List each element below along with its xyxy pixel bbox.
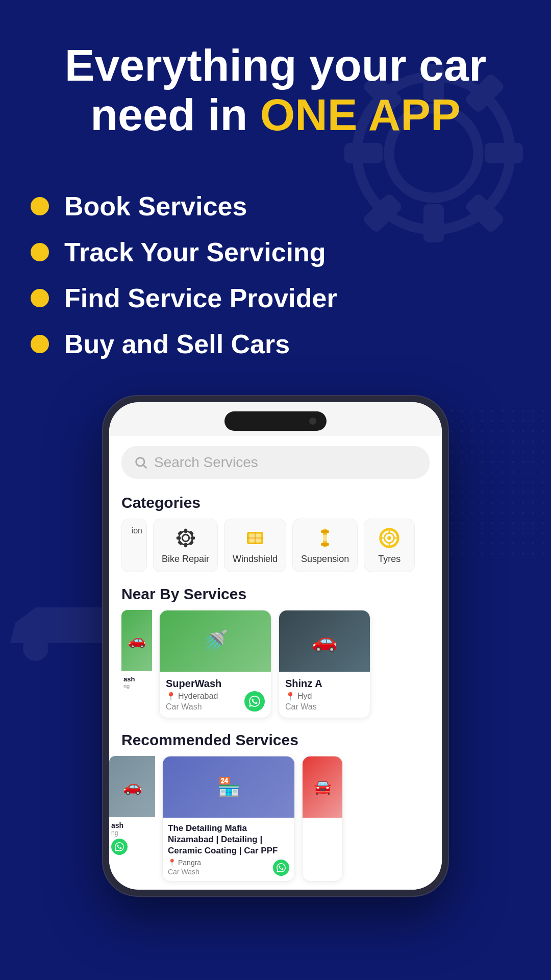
nearby-card-shinz[interactable]: 🚗 Shinz A 📍 Hyd Car Was — [279, 610, 370, 718]
shinz-image-placeholder: 🚗 — [279, 610, 370, 672]
whatsapp-button-superwash[interactable] — [244, 691, 265, 712]
windshield-icon — [243, 526, 267, 550]
category-item-bike-repair[interactable]: Bike Repair — [153, 519, 218, 572]
svg-rect-20 — [176, 536, 181, 540]
shinz-city: Hyd — [297, 692, 312, 701]
hero-section: Everything your car need in ONE APP — [0, 0, 551, 191]
phone-inner: Search Services Categories ion — [109, 402, 442, 890]
hero-title-highlight: ONE APP — [260, 89, 461, 140]
whatsapp-button-detailing[interactable] — [273, 860, 289, 876]
categories-title: Categories — [109, 489, 442, 519]
shinz-location: 📍 Hyd — [285, 692, 364, 701]
svg-rect-22 — [177, 530, 182, 535]
gear-icon — [174, 526, 197, 550]
svg-rect-25 — [188, 540, 193, 545]
detailing-mafia-type: Car Wash — [168, 868, 289, 876]
shinz-location-pin-icon: 📍 — [285, 692, 295, 701]
svg-rect-19 — [184, 543, 187, 547]
detailing-mafia-location: 📍 Pangra — [168, 859, 289, 867]
shinz-image: 🚗 — [279, 610, 370, 672]
rec-card-detailing-mafia[interactable]: 🏪 The Detailing Mafia Nizamabad | Detail… — [162, 756, 295, 881]
categories-scroll: ion — [109, 519, 442, 580]
svg-line-15 — [143, 465, 146, 468]
hero-title-line1: Everything your car — [65, 40, 487, 90]
svg-rect-24 — [177, 540, 182, 545]
hero-title: Everything your car need in ONE APP — [31, 41, 520, 140]
shinz-type: Car Was — [285, 702, 364, 712]
category-item-windshield[interactable]: Windshield — [224, 519, 286, 572]
svg-point-17 — [182, 534, 189, 541]
svg-rect-32 — [321, 543, 329, 546]
category-label-tyres: Tyres — [378, 554, 400, 565]
svg-rect-18 — [184, 528, 187, 533]
category-label-suspension: Suspension — [301, 554, 349, 565]
shinz-body: Shinz A 📍 Hyd Car Was — [279, 672, 370, 718]
feature-label-4: Buy and Sell Cars — [64, 329, 290, 359]
nearby-title: Near By Services — [109, 580, 442, 610]
rec-partial-right-image: 🚘 — [303, 756, 342, 818]
feature-item-1: Book Services — [31, 191, 520, 222]
svg-rect-21 — [190, 536, 195, 540]
recommended-scroll: 🚗 ash ng — [109, 756, 442, 890]
phone-container: Search Services Categories ion — [0, 395, 551, 897]
rec-card-partial-right: 🚘 — [302, 756, 343, 881]
search-placeholder-text: Search Services — [154, 454, 258, 471]
feature-label-2: Track Your Servicing — [64, 237, 326, 267]
search-icon — [134, 455, 148, 470]
category-item-tyres[interactable]: Tyres — [364, 519, 415, 572]
bullet-dot-4 — [31, 335, 49, 353]
search-bar[interactable]: Search Services — [121, 446, 430, 479]
suspension-icon — [313, 526, 337, 550]
feature-item-2: Track Your Servicing — [31, 237, 520, 267]
detailing-mafia-pin-icon: 📍 — [168, 859, 176, 866]
superwash-name: SuperWash — [166, 678, 265, 690]
recommended-title: Recommended Services — [109, 726, 442, 756]
whatsapp-icon — [249, 696, 260, 707]
search-bar-container: Search Services — [109, 436, 442, 489]
whatsapp-icon-detailing — [277, 863, 286, 872]
partial-category-label: ion — [132, 526, 142, 535]
bullet-dot-1 — [31, 197, 49, 215]
shinz-name: Shinz A — [285, 678, 364, 690]
location-pin-icon: 📍 — [166, 692, 176, 701]
nearby-scroll: 🚗 ash ng 🚿 — [109, 610, 442, 726]
category-label-windshield: Windshield — [233, 554, 278, 565]
hero-title-line2: need in — [90, 89, 260, 140]
superwash-image: 🚿 — [160, 610, 271, 672]
nearby-card-superwash[interactable]: 🚿 SuperWash 📍 Hyderabad Car Wash — [159, 610, 271, 718]
feature-item-4: Buy and Sell Cars — [31, 329, 520, 359]
recommended-section: Recommended Services 🚗 ash ng — [109, 726, 442, 890]
nearby-card-partial-left: 🚗 ash ng — [121, 610, 152, 718]
detailing-mafia-city: Pangra — [178, 859, 201, 867]
svg-rect-33 — [322, 535, 328, 541]
whatsapp-icon-rec — [115, 842, 124, 851]
bullet-dot-3 — [31, 289, 49, 307]
feature-label-3: Find Service Provider — [64, 283, 337, 313]
bullet-dot-2 — [31, 243, 49, 261]
feature-label-1: Book Services — [64, 191, 247, 222]
category-item-suspension[interactable]: Suspension — [292, 519, 358, 572]
feature-item-3: Find Service Provider — [31, 283, 520, 313]
rec-card-partial-left: 🚗 ash ng — [109, 756, 155, 881]
phone-mockup: Search Services Categories ion — [102, 395, 449, 897]
svg-point-36 — [387, 536, 391, 540]
categories-section: Categories ion — [109, 489, 442, 580]
phone-screen: Search Services Categories ion — [109, 436, 442, 890]
features-list: Book Services Track Your Servicing Find … — [0, 191, 551, 359]
svg-rect-31 — [321, 530, 329, 533]
phone-notch — [224, 411, 327, 431]
svg-rect-23 — [188, 530, 193, 535]
detailing-mafia-image: 🏪 — [163, 756, 294, 818]
category-item-partial[interactable]: ion — [121, 519, 147, 572]
detailing-mafia-name: The Detailing Mafia Nizamabad | Detailin… — [168, 823, 289, 856]
superwash-image-placeholder: 🚿 — [160, 610, 271, 672]
category-label-bike-repair: Bike Repair — [162, 554, 209, 565]
nearby-section: Near By Services 🚗 ash ng — [109, 580, 442, 726]
tyre-icon — [378, 526, 401, 550]
phone-notch-area — [109, 402, 442, 436]
superwash-city: Hyderabad — [178, 692, 218, 701]
